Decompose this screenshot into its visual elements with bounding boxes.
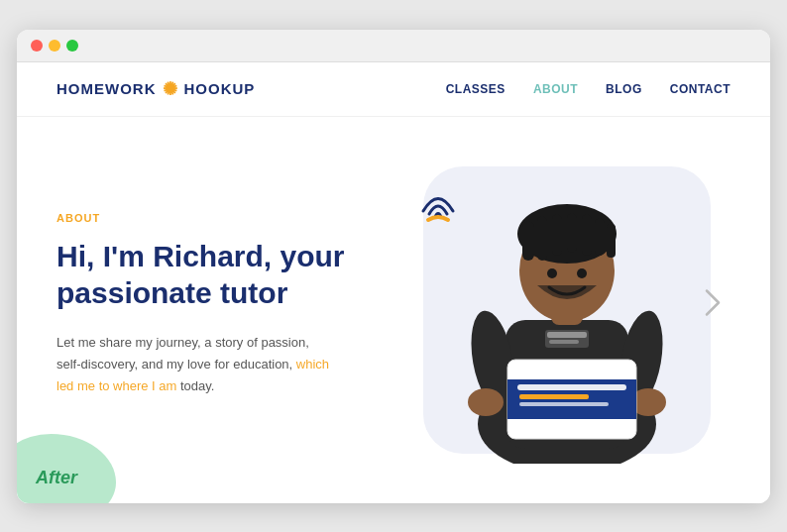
close-dot[interactable] <box>31 40 43 52</box>
svg-rect-15 <box>607 224 616 258</box>
navbar: HOMEWORK ✺ HOOKUP CLASSES ABOUT BLOG CON… <box>17 62 770 117</box>
nav-links: CLASSES ABOUT BLOG CONTACT <box>446 82 731 96</box>
wifi-decoration <box>413 176 463 230</box>
svg-rect-11 <box>552 214 562 256</box>
nav-blog[interactable]: BLOG <box>606 82 642 96</box>
next-arrow[interactable] <box>705 288 721 321</box>
hero-description: Let me share my journey, a story of pass… <box>56 332 334 397</box>
svg-rect-20 <box>517 384 626 390</box>
svg-rect-13 <box>582 214 592 256</box>
hero-title: Hi, I'm Richard, your passionate tutor <box>56 238 394 312</box>
svg-rect-24 <box>547 332 587 338</box>
logo-text-1: HOMEWORK <box>56 80 157 97</box>
nav-classes[interactable]: CLASSES <box>446 82 506 96</box>
hero-person-image <box>433 157 701 464</box>
svg-rect-12 <box>567 213 577 253</box>
nav-contact[interactable]: CONTACT <box>670 82 731 96</box>
logo-text-2: HOOKUP <box>184 80 256 97</box>
nav-about[interactable]: ABOUT <box>533 82 578 96</box>
svg-rect-22 <box>519 402 609 406</box>
svg-rect-9 <box>522 221 534 261</box>
svg-point-4 <box>468 388 504 416</box>
logo-star: ✺ <box>163 78 178 100</box>
svg-point-16 <box>547 268 557 278</box>
logo[interactable]: HOMEWORK ✺ HOOKUP <box>56 78 255 100</box>
section-label: ABOUT <box>56 212 394 224</box>
svg-rect-25 <box>549 340 579 344</box>
svg-rect-10 <box>537 216 547 261</box>
svg-rect-21 <box>519 394 589 399</box>
browser-bar <box>17 30 770 62</box>
minimize-dot[interactable] <box>49 40 60 52</box>
svg-point-17 <box>577 268 587 278</box>
hero-description-link[interactable]: which led me to where I am <box>56 357 329 393</box>
hero-image-area <box>394 147 711 464</box>
hero-text: ABOUT Hi, I'm Richard, your passionate t… <box>56 212 394 397</box>
page-content: HOMEWORK ✺ HOOKUP CLASSES ABOUT BLOG CON… <box>17 62 770 503</box>
after-label: After <box>36 468 77 488</box>
browser-window: HOMEWORK ✺ HOOKUP CLASSES ABOUT BLOG CON… <box>17 30 770 503</box>
svg-rect-14 <box>595 218 605 256</box>
hero-section: ABOUT Hi, I'm Richard, your passionate t… <box>17 117 770 503</box>
maximize-dot[interactable] <box>66 40 78 52</box>
